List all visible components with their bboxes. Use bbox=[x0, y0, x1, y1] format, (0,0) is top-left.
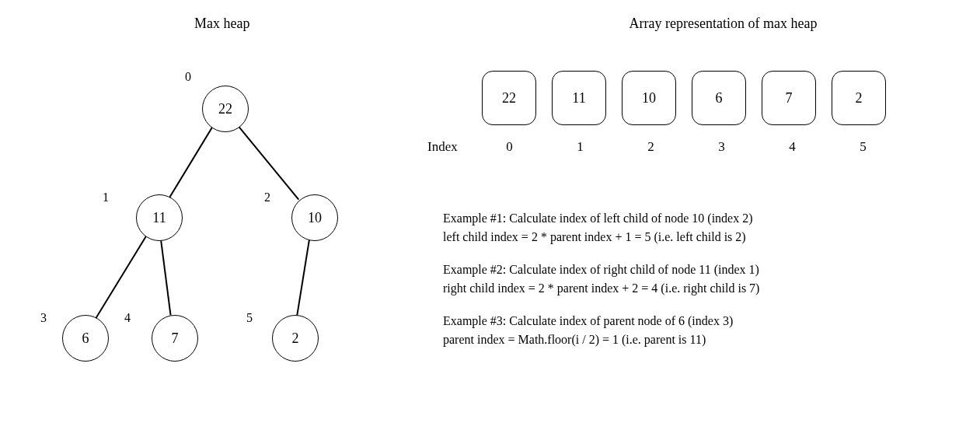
heap-node-index-3: 3 bbox=[40, 311, 47, 325]
heap-node-2: 10 bbox=[291, 194, 338, 241]
array-index-2: 2 bbox=[623, 139, 678, 155]
array-panel: Array representation of max heap 2211106… bbox=[435, 16, 964, 404]
heap-node-index-2: 2 bbox=[264, 191, 270, 205]
heap-node-5: 2 bbox=[272, 315, 319, 362]
example-title-3: Example #3: Calculate index of parent no… bbox=[443, 312, 964, 330]
example-formula-1: left child index = 2 * parent index + 1 … bbox=[443, 228, 964, 246]
array-cell-4: 7 bbox=[762, 71, 816, 125]
array-index-0: 0 bbox=[482, 139, 537, 155]
index-label: Index bbox=[427, 139, 458, 155]
example-2: Example #2: Calculate index of right chi… bbox=[443, 260, 964, 298]
heap-node-index-1: 1 bbox=[103, 191, 109, 205]
array-cells: 221110672 bbox=[482, 71, 964, 125]
heap-edge-1 bbox=[238, 125, 299, 200]
heap-edge-3 bbox=[160, 239, 171, 316]
tree-panel: Max heap 220111102637425 bbox=[16, 16, 404, 404]
tree-title: Max heap bbox=[194, 16, 249, 32]
heap-node-1: 11 bbox=[136, 194, 183, 241]
example-title-2: Example #2: Calculate index of right chi… bbox=[443, 260, 964, 279]
heap-node-4: 7 bbox=[152, 315, 198, 362]
heap-node-index-5: 5 bbox=[246, 311, 253, 325]
array-index-4: 4 bbox=[765, 139, 820, 155]
array-cell-0: 22 bbox=[482, 71, 536, 125]
array-cell-3: 6 bbox=[692, 71, 746, 125]
example-title-1: Example #1: Calculate index of left chil… bbox=[443, 209, 964, 228]
array-index-3: 3 bbox=[694, 139, 749, 155]
example-1: Example #1: Calculate index of left chil… bbox=[443, 209, 964, 246]
example-3: Example #3: Calculate index of parent no… bbox=[443, 312, 964, 349]
heap-edge-2 bbox=[96, 236, 147, 318]
index-row: 012345 bbox=[482, 139, 964, 155]
array-title: Array representation of max heap bbox=[482, 16, 964, 32]
example-formula-2: right child index = 2 * parent index + 2… bbox=[443, 279, 964, 298]
heap-node-index-4: 4 bbox=[124, 311, 131, 325]
examples: Example #1: Calculate index of left chil… bbox=[443, 209, 964, 349]
heap-edge-4 bbox=[297, 239, 310, 315]
heap-node-3: 6 bbox=[62, 315, 109, 362]
heap-node-0: 22 bbox=[202, 86, 249, 132]
array-index-5: 5 bbox=[835, 139, 891, 155]
heap-edge-0 bbox=[169, 127, 213, 198]
array-cell-5: 2 bbox=[832, 71, 886, 125]
array-index-1: 1 bbox=[553, 139, 608, 155]
example-formula-3: parent index = Math.floor(i / 2) = 1 (i.… bbox=[443, 330, 964, 349]
array-cell-2: 10 bbox=[622, 71, 676, 125]
array-cell-1: 11 bbox=[552, 71, 606, 125]
heap-node-index-0: 0 bbox=[185, 70, 191, 84]
